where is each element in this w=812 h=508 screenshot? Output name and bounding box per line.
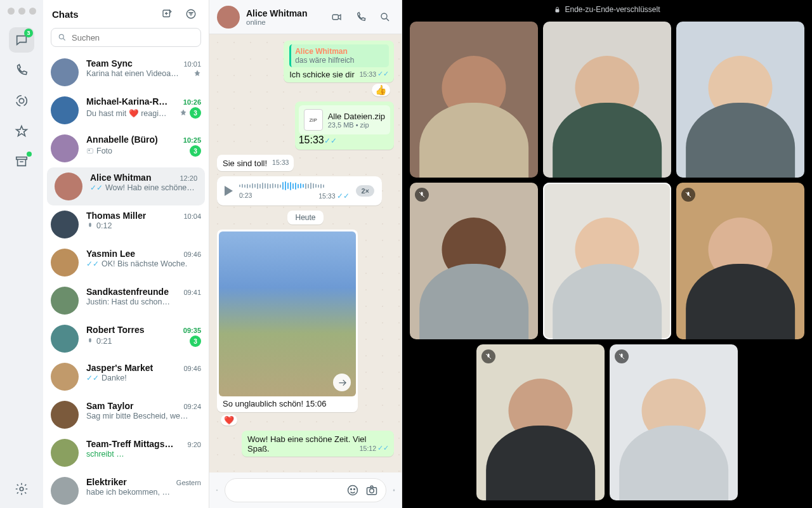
conversation-header: Alice Whitman online [209, 0, 402, 34]
window-traffic-lights[interactable] [8, 8, 36, 15]
chat-avatar [51, 58, 79, 86]
svg-point-13 [348, 486, 358, 495]
message-file[interactable]: ZIP Alle Dateien.zip 23,5 MB • zip 15:33… [295, 101, 394, 150]
chat-search-input[interactable] [72, 33, 194, 42]
chat-time: 10:26 [183, 98, 201, 106]
svg-rect-18 [394, 490, 395, 491]
rail-chats[interactable]: 3 [9, 27, 34, 53]
call-tile[interactable] [543, 183, 671, 339]
rail-settings[interactable] [9, 476, 34, 502]
composer [209, 472, 402, 508]
chat-item[interactable]: Team-Treff Mittags…9:20schreibt … [43, 434, 209, 472]
message-time: 15:33 [272, 159, 289, 166]
contact-avatar[interactable] [217, 6, 240, 29]
svg-point-0 [19, 98, 23, 103]
rail-status[interactable] [9, 88, 34, 114]
new-chat-button[interactable] [158, 5, 176, 23]
chat-item[interactable]: Sandkastenfreunde09:41Justin: Hast du sc… [43, 282, 209, 320]
rail-archive[interactable] [9, 149, 34, 174]
photo-icon [86, 147, 94, 155]
mic-button[interactable] [393, 484, 395, 497]
chat-item[interactable]: ElektrikerGesternhabe ich bekommen, … [43, 472, 209, 508]
conversation-body[interactable]: Alice Whitman das wäre hilfreich Ich sch… [209, 34, 402, 472]
call-tile[interactable] [476, 344, 605, 500]
contact-title-block[interactable]: Alice Whitman online [246, 8, 322, 26]
chat-list-pane: Chats Team Sync10:01Karina hat einen Vid… [43, 0, 209, 508]
message-out-reply[interactable]: Alice Whitman das wäre hilfreich Ich sch… [284, 41, 394, 82]
forward-button[interactable] [333, 374, 351, 391]
chat-avatar [55, 173, 82, 200]
chat-search [43, 28, 209, 53]
message-photo[interactable]: So unglaublich schön! 15:06 [217, 230, 358, 412]
message-in[interactable]: Sie sind toll! 15:33 [217, 155, 294, 171]
camera-button[interactable] [365, 484, 378, 497]
voice-waveform[interactable] [239, 181, 350, 190]
rail-chats-badge: 3 [24, 29, 33, 37]
chat-preview: Wow! Hab eine schöne… [105, 183, 197, 192]
call-tile[interactable] [676, 22, 804, 178]
composer-input[interactable] [233, 486, 340, 495]
chat-item[interactable]: Alice Whitman12:20✓✓ Wow! Hab eine schön… [47, 167, 205, 205]
video-call-button[interactable] [328, 8, 346, 26]
voice-call-button[interactable] [352, 8, 370, 26]
chat-time: 10:01 [183, 60, 201, 68]
call-tile[interactable] [410, 22, 538, 178]
message-voice[interactable]: 0:23 15:33 ✓✓ 2× [217, 176, 382, 205]
chat-time: Gestern [176, 479, 201, 486]
message-out[interactable]: Wow! Hab eine schöne Zeit. Viel Spaß. 15… [242, 431, 394, 457]
call-tile[interactable] [676, 183, 804, 339]
rail-calls[interactable] [9, 58, 34, 83]
conv-search-button[interactable] [376, 8, 394, 26]
chat-time: 10:04 [183, 212, 201, 220]
chat-time: 09:24 [183, 403, 201, 410]
voice-play-button[interactable] [225, 186, 233, 196]
chat-search-box[interactable] [51, 28, 201, 47]
read-ticks-icon: ✓✓ [324, 136, 337, 145]
call-tile[interactable] [410, 183, 538, 339]
composer-input-pill[interactable] [225, 478, 386, 502]
svg-point-14 [351, 489, 352, 490]
chat-name: Annabelle (Büro) [86, 134, 180, 145]
chat-avatar [51, 134, 79, 162]
rail-starred[interactable] [9, 119, 34, 144]
call-tile[interactable] [610, 344, 738, 500]
svg-point-15 [354, 489, 355, 490]
reaction-thumbs[interactable]: 👍 [372, 84, 390, 96]
attach-button[interactable] [216, 484, 218, 497]
read-ticks-icon: ✓✓ [377, 70, 389, 78]
chat-item[interactable]: Thomas Miller10:04 0:12 [43, 205, 209, 244]
emoji-button[interactable] [346, 484, 359, 497]
reaction-heart[interactable]: ❤️ [221, 415, 237, 426]
chat-item[interactable]: Robert Torres09:35 0:213 [43, 320, 209, 358]
chat-item[interactable]: Jasper's Market09:46✓✓ Danke! [43, 358, 209, 396]
reply-text: das wäre hilfreich [295, 56, 385, 65]
chat-item[interactable]: Sam Taylor09:24Sag mir bitte Bescheid, w… [43, 396, 209, 434]
unread-badge: 3 [190, 107, 201, 119]
call-tile[interactable] [543, 22, 671, 178]
voice-duration: 0:23 [239, 192, 252, 200]
photo-image[interactable] [219, 231, 356, 396]
svg-rect-7 [88, 149, 93, 153]
message-time: 15:33 [299, 134, 324, 145]
app-rail: 3 [0, 0, 43, 508]
chat-item[interactable]: Annabelle (Büro)10:25 Foto3 [43, 129, 209, 167]
video-call-pane: Ende-zu-Ende-verschlüsselt [402, 0, 812, 508]
day-separator: Heute [287, 211, 323, 225]
file-name: Alle Dateien.zip [328, 112, 385, 121]
chat-avatar [51, 211, 79, 238]
pin-icon [180, 109, 187, 117]
chat-item[interactable]: Yasmin Lee09:46✓✓ OK! Bis nächste Woche. [43, 244, 209, 282]
svg-rect-10 [89, 339, 91, 342]
chat-item[interactable]: Michael-Karina-R…10:26Du hast mit ❤️ rea… [43, 91, 209, 129]
chat-name: Jasper's Market [86, 363, 180, 373]
archive-dot-icon [27, 152, 32, 157]
filter-button[interactable] [182, 5, 200, 23]
reply-quote: Alice Whitman das wäre hilfreich [289, 44, 389, 67]
chat-item[interactable]: Team Sync10:01Karina hat einen Videoa… [43, 53, 209, 91]
chat-avatar [51, 401, 79, 429]
chat-preview: Justin: Hast du schon… [86, 297, 201, 306]
voice-speed-button[interactable]: 2× [356, 185, 374, 197]
read-ticks-icon: ✓✓ [377, 444, 389, 452]
chat-preview: Du hast mit ❤️ reagi… [86, 108, 177, 118]
chat-list-scroll[interactable]: Team Sync10:01Karina hat einen Videoa…Mi… [43, 53, 209, 508]
